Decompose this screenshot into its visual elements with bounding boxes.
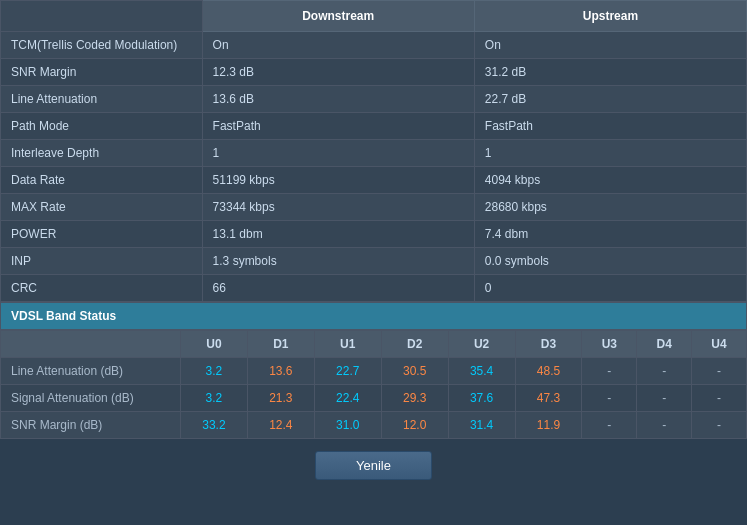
band-col-header: U0 xyxy=(181,331,248,358)
row-upstream: 0 xyxy=(474,275,746,302)
band-cell: 3.2 xyxy=(181,358,248,385)
row-upstream: 4094 kbps xyxy=(474,167,746,194)
band-col-header: D1 xyxy=(247,331,314,358)
band-col-header: U1 xyxy=(314,331,381,358)
row-downstream: 73344 kbps xyxy=(202,194,474,221)
band-col-header: D3 xyxy=(515,331,582,358)
table-row: Line Attenuation 13.6 dB 22.7 dB xyxy=(1,86,747,113)
row-upstream: 7.4 dbm xyxy=(474,221,746,248)
band-cell: 31.4 xyxy=(448,412,515,439)
band-row-label: SNR Margin (dB) xyxy=(1,412,181,439)
band-cell: 11.9 xyxy=(515,412,582,439)
band-cell: 12.4 xyxy=(247,412,314,439)
band-col-header: U4 xyxy=(692,331,747,358)
band-cell: - xyxy=(582,412,637,439)
row-upstream: FastPath xyxy=(474,113,746,140)
row-downstream: 51199 kbps xyxy=(202,167,474,194)
row-downstream: FastPath xyxy=(202,113,474,140)
band-header-row: U0D1U1D2U2D3U3D4U4 xyxy=(1,331,747,358)
band-row-label: Signal Attenuation (dB) xyxy=(1,385,181,412)
row-label: Data Rate xyxy=(1,167,203,194)
band-data-row: Signal Attenuation (dB)3.221.322.429.337… xyxy=(1,385,747,412)
row-upstream: 22.7 dB xyxy=(474,86,746,113)
band-cell: 48.5 xyxy=(515,358,582,385)
row-label: CRC xyxy=(1,275,203,302)
table-row: INP 1.3 symbols 0.0 symbols xyxy=(1,248,747,275)
row-label: Interleave Depth xyxy=(1,140,203,167)
row-label: Line Attenuation xyxy=(1,86,203,113)
empty-header xyxy=(1,1,203,32)
row-upstream: 28680 kbps xyxy=(474,194,746,221)
table-row: TCM(Trellis Coded Modulation) On On xyxy=(1,32,747,59)
vdsl-section-title: VDSL Band Status xyxy=(1,303,747,330)
band-data-row: Line Attenuation (dB)3.213.622.730.535.4… xyxy=(1,358,747,385)
band-col-header: U2 xyxy=(448,331,515,358)
band-cell: 29.3 xyxy=(381,385,448,412)
band-status-table: U0D1U1D2U2D3U3D4U4 Line Attenuation (dB)… xyxy=(0,330,747,439)
band-cell: - xyxy=(692,412,747,439)
refresh-button[interactable]: Yenile xyxy=(315,451,432,480)
band-cell: 31.0 xyxy=(314,412,381,439)
table-header-row: Downstream Upstream xyxy=(1,1,747,32)
row-label: SNR Margin xyxy=(1,59,203,86)
table-row: Path Mode FastPath FastPath xyxy=(1,113,747,140)
band-table-body: Line Attenuation (dB)3.213.622.730.535.4… xyxy=(1,358,747,439)
band-cell: 47.3 xyxy=(515,385,582,412)
table-row: CRC 66 0 xyxy=(1,275,747,302)
row-downstream: 1.3 symbols xyxy=(202,248,474,275)
band-cell: - xyxy=(637,412,692,439)
row-upstream: 0.0 symbols xyxy=(474,248,746,275)
table-row: POWER 13.1 dbm 7.4 dbm xyxy=(1,221,747,248)
main-table-body: TCM(Trellis Coded Modulation) On On SNR … xyxy=(1,32,747,302)
band-cell: 12.0 xyxy=(381,412,448,439)
row-downstream: 13.6 dB xyxy=(202,86,474,113)
downstream-header: Downstream xyxy=(202,1,474,32)
band-cell: - xyxy=(692,358,747,385)
vdsl-section-header-row: VDSL Band Status xyxy=(1,303,747,330)
band-col-header: U3 xyxy=(582,331,637,358)
band-cell: - xyxy=(637,358,692,385)
band-cell: 22.4 xyxy=(314,385,381,412)
band-col-header: D2 xyxy=(381,331,448,358)
band-cell: 13.6 xyxy=(247,358,314,385)
band-cell: - xyxy=(692,385,747,412)
row-label: TCM(Trellis Coded Modulation) xyxy=(1,32,203,59)
band-cell: 3.2 xyxy=(181,385,248,412)
vdsl-section-table: VDSL Band Status xyxy=(0,302,747,330)
band-cell: - xyxy=(637,385,692,412)
band-row-label: Line Attenuation (dB) xyxy=(1,358,181,385)
band-cell: 30.5 xyxy=(381,358,448,385)
band-cell: 33.2 xyxy=(181,412,248,439)
row-label: POWER xyxy=(1,221,203,248)
band-cell: 37.6 xyxy=(448,385,515,412)
row-upstream: On xyxy=(474,32,746,59)
band-cell: - xyxy=(582,385,637,412)
row-upstream: 31.2 dB xyxy=(474,59,746,86)
row-label: Path Mode xyxy=(1,113,203,140)
row-downstream: On xyxy=(202,32,474,59)
row-downstream: 13.1 dbm xyxy=(202,221,474,248)
table-row: MAX Rate 73344 kbps 28680 kbps xyxy=(1,194,747,221)
row-downstream: 1 xyxy=(202,140,474,167)
band-col-label xyxy=(1,331,181,358)
band-cell: - xyxy=(582,358,637,385)
table-row: SNR Margin 12.3 dB 31.2 dB xyxy=(1,59,747,86)
main-stats-table: Downstream Upstream TCM(Trellis Coded Mo… xyxy=(0,0,747,302)
upstream-header: Upstream xyxy=(474,1,746,32)
row-downstream: 66 xyxy=(202,275,474,302)
row-upstream: 1 xyxy=(474,140,746,167)
band-col-header: D4 xyxy=(637,331,692,358)
row-label: INP xyxy=(1,248,203,275)
band-cell: 22.7 xyxy=(314,358,381,385)
button-row: Yenile xyxy=(0,439,747,492)
table-row: Interleave Depth 1 1 xyxy=(1,140,747,167)
band-data-row: SNR Margin (dB)33.212.431.012.031.411.9-… xyxy=(1,412,747,439)
row-label: MAX Rate xyxy=(1,194,203,221)
table-row: Data Rate 51199 kbps 4094 kbps xyxy=(1,167,747,194)
band-cell: 35.4 xyxy=(448,358,515,385)
row-downstream: 12.3 dB xyxy=(202,59,474,86)
band-cell: 21.3 xyxy=(247,385,314,412)
